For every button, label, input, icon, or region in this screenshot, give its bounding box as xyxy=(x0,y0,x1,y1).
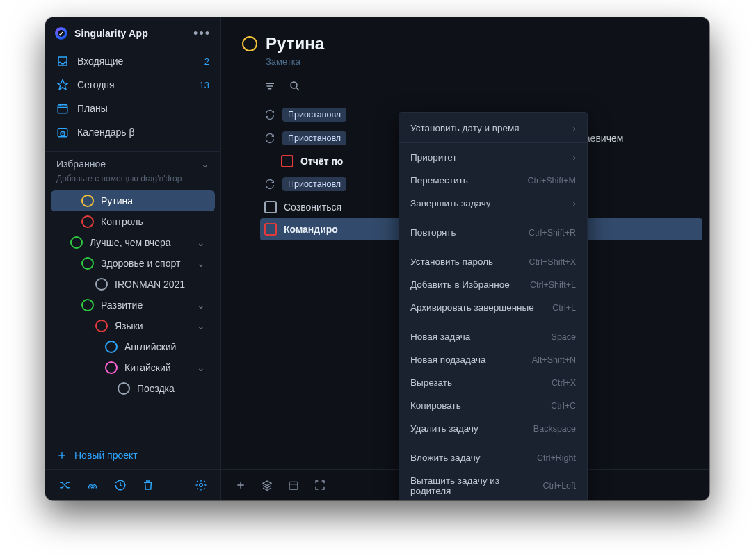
date-icon[interactable] xyxy=(287,478,300,492)
project-tree: РутинаКонтрольЛучше, чем вчера⌄Здоровье … xyxy=(45,190,220,441)
chevron-down-icon[interactable]: ⌄ xyxy=(197,362,205,373)
chevron-down-icon[interactable]: ⌄ xyxy=(197,258,205,269)
tree-node[interactable]: IRONMAN 2021 xyxy=(51,274,215,295)
project-circle-icon xyxy=(242,36,257,51)
menu-item-label: Вложить задачу xyxy=(410,452,530,463)
app-title: Singularity App xyxy=(74,28,186,39)
tree-node[interactable]: Развитие⌄ xyxy=(51,295,215,316)
circle-icon xyxy=(95,278,108,291)
circle-icon xyxy=(81,257,94,270)
circle-icon xyxy=(118,382,130,395)
menu-item[interactable]: Удалить задачуBackspace xyxy=(399,417,587,440)
tree-node[interactable]: Рутина xyxy=(51,190,215,211)
menu-item[interactable]: Архивировать завершенныеCtrl+L xyxy=(399,296,587,319)
tree-node[interactable]: Здоровье и спорт⌄ xyxy=(51,253,215,274)
menu-item-label: Вытащить задачу из родителя xyxy=(410,475,536,496)
favorites-title: Избранное xyxy=(56,158,106,170)
menu-item[interactable]: ПовторятьCtrl+Shift+R xyxy=(399,221,587,244)
menu-shortcut: Ctrl+Shift+X xyxy=(529,257,576,267)
tree-node[interactable]: Лучше, чем вчера⌄ xyxy=(51,232,215,253)
menu-item-label: Копировать xyxy=(410,400,544,411)
chevron-down-icon[interactable]: ⌄ xyxy=(197,237,205,248)
chevron-down-icon[interactable]: ⌄ xyxy=(197,300,205,311)
menu-item[interactable]: Новая задачаSpace xyxy=(399,325,587,348)
add-icon[interactable] xyxy=(234,478,248,492)
tree-node[interactable]: Поездка xyxy=(51,378,215,399)
menu-item-label: Удалить задачу xyxy=(410,423,526,434)
menu-item[interactable]: ВырезатьCtrl+X xyxy=(399,371,587,394)
tree-node-label: IRONMAN 2021 xyxy=(115,279,185,290)
tree-node[interactable]: Языки⌄ xyxy=(51,316,215,336)
layers-icon[interactable] xyxy=(260,478,274,492)
nav-plans-label: Планы xyxy=(77,103,209,114)
menu-item-label: Повторять xyxy=(410,227,522,238)
plans-icon xyxy=(56,102,69,115)
tree-node[interactable]: Контроль xyxy=(51,211,215,232)
tree-node-label: Развитие xyxy=(101,300,143,311)
menu-shortcut: Alt+Shift+N xyxy=(532,355,576,365)
gear-icon[interactable] xyxy=(194,478,208,492)
menu-item-label: Архивировать завершенные xyxy=(410,302,545,313)
tree-node-label: Китайский xyxy=(124,362,171,373)
nav-calendar[interactable]: Календарь β xyxy=(45,120,220,144)
star-icon xyxy=(56,79,69,91)
filter-icon[interactable] xyxy=(263,79,277,93)
menu-item[interactable]: Установить дату и время› xyxy=(399,117,587,140)
chevron-right-icon: › xyxy=(573,123,577,133)
tree-node-label: Языки xyxy=(115,320,143,332)
tree-node[interactable]: Китайский⌄ xyxy=(51,357,215,378)
menu-item[interactable]: Добавить в ИзбранноеCtrl+Shift+L xyxy=(399,273,587,296)
rainbow-icon[interactable] xyxy=(86,478,99,492)
nav-today-label: Сегодня xyxy=(77,79,191,90)
nav-inbox-label: Входящие xyxy=(77,56,196,67)
menu-item[interactable]: Приоритет› xyxy=(399,146,587,169)
sidebar-bottom-bar xyxy=(45,469,220,500)
svg-point-5 xyxy=(291,82,297,88)
new-project-button[interactable]: Новый проект xyxy=(45,441,220,469)
history-icon[interactable] xyxy=(113,478,127,492)
menu-shortcut: Space xyxy=(552,332,576,342)
page-note[interactable]: Заметка xyxy=(242,56,689,67)
chevron-right-icon: › xyxy=(573,198,577,208)
nav-plans[interactable]: Планы xyxy=(45,97,220,120)
tree-node-label: Контроль xyxy=(101,216,143,227)
circle-icon xyxy=(105,341,118,353)
checkbox-icon[interactable] xyxy=(264,223,277,236)
menu-item[interactable]: Завершить задачу› xyxy=(399,192,587,215)
menu-item-label: Новая задача xyxy=(410,332,545,342)
menu-shortcut: Ctrl+L xyxy=(552,303,576,313)
app-logo-icon xyxy=(55,27,67,40)
search-icon[interactable] xyxy=(288,79,302,93)
recurring-icon xyxy=(264,179,275,190)
page-title-row: Рутина xyxy=(242,34,689,54)
menu-item-label: Завершить задачу xyxy=(410,198,566,208)
nav-today[interactable]: Сегодня 13 xyxy=(45,73,220,97)
favorites-hint: Добавьте с помощью drag'n'drop xyxy=(45,172,220,190)
tree-node[interactable]: Английский xyxy=(51,336,215,357)
expand-icon[interactable] xyxy=(313,478,327,492)
checkbox-icon[interactable] xyxy=(264,201,277,213)
task-chip: Приостановл xyxy=(282,108,346,122)
menu-item[interactable]: Вложить задачуCtrl+Right xyxy=(399,446,587,469)
menu-item-label: Вырезать xyxy=(410,377,545,388)
circle-icon xyxy=(81,215,94,228)
shuffle-icon[interactable] xyxy=(58,478,72,492)
recurring-icon xyxy=(264,133,275,144)
checkbox-icon[interactable] xyxy=(281,155,293,167)
menu-item[interactable]: ПереместитьCtrl+Shift+M xyxy=(399,169,587,192)
menu-item[interactable]: Новая подзадачаAlt+Shift+N xyxy=(399,348,587,371)
menu-shortcut: Ctrl+Shift+M xyxy=(528,176,576,186)
task-label: Командиро xyxy=(284,224,338,235)
chevron-down-icon[interactable]: ⌄ xyxy=(197,320,205,332)
nav-inbox[interactable]: Входящие 2 xyxy=(45,49,220,73)
menu-item[interactable]: Установить парольCtrl+Shift+X xyxy=(399,250,587,273)
favorites-section[interactable]: Избранное ⌄ xyxy=(45,151,220,172)
menu-separator xyxy=(399,443,587,443)
menu-item[interactable]: КопироватьCtrl+C xyxy=(399,394,587,417)
sidebar: Singularity App ••• Входящие 2 Сегодня 1… xyxy=(45,17,221,500)
menu-item[interactable]: Вытащить задачу из родителяCtrl+Left xyxy=(399,469,587,500)
menu-separator xyxy=(399,218,587,218)
menu-separator xyxy=(399,247,587,247)
trash-icon[interactable] xyxy=(141,478,155,492)
more-icon[interactable]: ••• xyxy=(193,27,211,40)
